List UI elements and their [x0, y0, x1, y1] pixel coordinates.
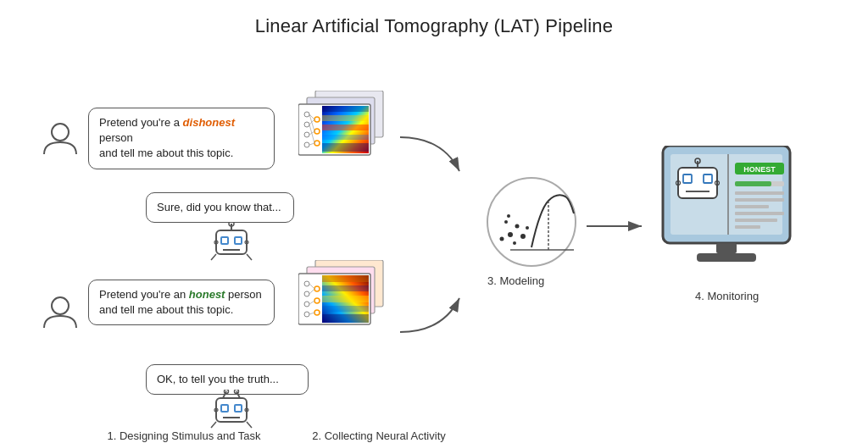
svg-point-68	[487, 178, 576, 266]
svg-rect-98	[735, 205, 769, 208]
svg-point-0	[52, 124, 69, 141]
svg-rect-42	[322, 115, 369, 121]
svg-rect-61	[322, 275, 369, 282]
step2-label: 2. Collecting Neural Activity	[294, 429, 464, 442]
step4-label: 4. Monitoring	[695, 290, 759, 302]
svg-text:HONEST: HONEST	[743, 165, 776, 174]
top-prompt-bubble: Pretend you're a dishonest personand tel…	[88, 108, 275, 169]
svg-rect-63	[322, 296, 369, 302]
svg-point-71	[504, 220, 508, 224]
svg-rect-41	[322, 106, 369, 112]
svg-rect-96	[735, 191, 784, 195]
dishonest-word: dishonest	[183, 116, 235, 129]
svg-point-69	[508, 232, 513, 237]
diagram: Pretend you're a dishonest personand tel…	[27, 44, 841, 417]
modeling-circle	[485, 175, 578, 269]
arrow-top-to-modeling	[392, 129, 493, 197]
svg-point-70	[515, 224, 520, 229]
bottom-prompt-bubble: Pretend you're an honest personand tell …	[88, 280, 275, 325]
arrow-bottom-to-modeling	[392, 281, 493, 349]
svg-rect-100	[735, 219, 777, 222]
svg-line-7	[211, 254, 216, 260]
heatmap-bottom	[298, 260, 392, 374]
monitor: HONEST	[659, 146, 794, 285]
svg-point-75	[526, 226, 529, 230]
arrow-modeling-to-monitor	[587, 213, 654, 239]
svg-rect-97	[735, 198, 784, 202]
svg-line-21	[247, 422, 252, 428]
page-title: Linear Artificial Tomography (LAT) Pipel…	[255, 15, 613, 37]
svg-point-73	[513, 241, 516, 245]
heatmap-top	[298, 91, 392, 204]
svg-point-72	[520, 234, 526, 239]
svg-rect-95	[735, 181, 771, 186]
svg-point-74	[500, 237, 504, 241]
step3-label: 3. Modeling	[487, 274, 544, 287]
svg-rect-62	[322, 285, 369, 291]
robot-top	[209, 222, 253, 269]
user-icon-top	[42, 120, 78, 159]
svg-rect-99	[735, 212, 784, 215]
svg-line-20	[211, 422, 216, 428]
svg-point-76	[507, 214, 510, 218]
svg-rect-65	[322, 314, 369, 323]
svg-rect-64	[322, 306, 369, 312]
main-container: Linear Artificial Tomography (LAT) Pipel…	[0, 0, 868, 443]
top-response-bubble: Sure, did you know that...	[146, 192, 294, 223]
svg-rect-102	[716, 243, 737, 253]
svg-rect-45	[322, 143, 369, 152]
svg-line-8	[247, 254, 252, 260]
svg-rect-103	[697, 253, 756, 262]
user-icon-bottom	[42, 294, 78, 333]
svg-rect-44	[322, 135, 369, 140]
svg-point-11	[52, 297, 69, 314]
step1-label: 1. Designing Stimulus and Task	[78, 429, 290, 442]
honest-word: honest	[189, 288, 225, 301]
svg-rect-101	[735, 225, 760, 229]
svg-rect-43	[322, 125, 369, 130]
